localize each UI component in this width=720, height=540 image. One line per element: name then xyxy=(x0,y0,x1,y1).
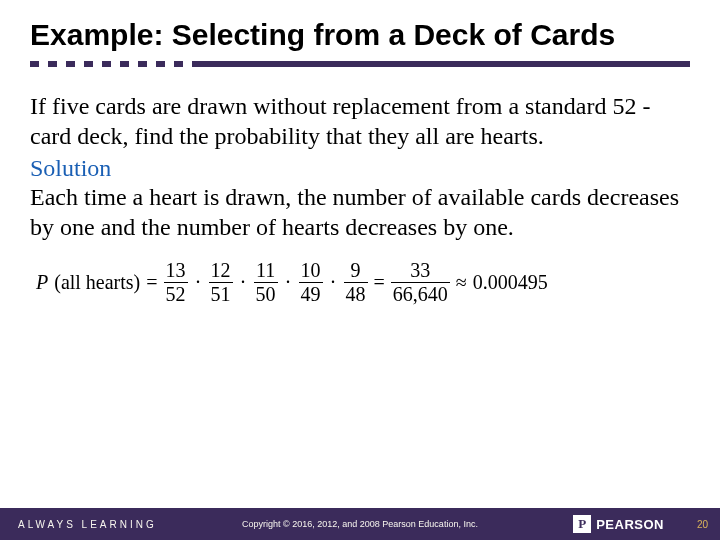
dot-2: · xyxy=(239,271,248,294)
probability-equation: P(all hearts) = 1352 · 1251 · 1150 · 104… xyxy=(30,260,690,305)
approx-symbol: ≈ xyxy=(456,271,467,294)
copyright-text: Copyright © 2016, 2012, and 2008 Pearson… xyxy=(242,519,478,529)
pearson-badge-icon: P xyxy=(573,515,591,533)
footer-tagline: ALWAYS LEARNING xyxy=(0,519,157,530)
equals-2: = xyxy=(374,271,385,294)
fraction-5: 948 xyxy=(344,260,368,305)
fraction-2: 1251 xyxy=(209,260,233,305)
prob-arg: (all hearts) xyxy=(54,271,140,294)
dot-4: · xyxy=(329,271,338,294)
prob-symbol: P xyxy=(36,271,48,294)
dot-1: · xyxy=(194,271,203,294)
footer-bar: ALWAYS LEARNING Copyright © 2016, 2012, … xyxy=(0,508,720,540)
approx-value: 0.000495 xyxy=(473,271,548,294)
problem-text: If five cards are drawn without replacem… xyxy=(30,91,690,151)
fraction-3: 1150 xyxy=(254,260,278,305)
slide-title: Example: Selecting from a Deck of Cards xyxy=(30,18,690,53)
result-fraction: 3366,640 xyxy=(391,260,450,305)
solution-label: Solution xyxy=(30,155,690,182)
pearson-logo: P PEARSON xyxy=(573,515,664,533)
solution-text: Each time a heart is drawn, the number o… xyxy=(30,182,690,242)
fraction-4: 1049 xyxy=(299,260,323,305)
fraction-1: 1352 xyxy=(164,260,188,305)
title-rule xyxy=(30,61,690,67)
equals-1: = xyxy=(146,271,157,294)
page-number: 20 xyxy=(697,519,708,530)
pearson-logo-text: PEARSON xyxy=(596,517,664,532)
dot-3: · xyxy=(284,271,293,294)
